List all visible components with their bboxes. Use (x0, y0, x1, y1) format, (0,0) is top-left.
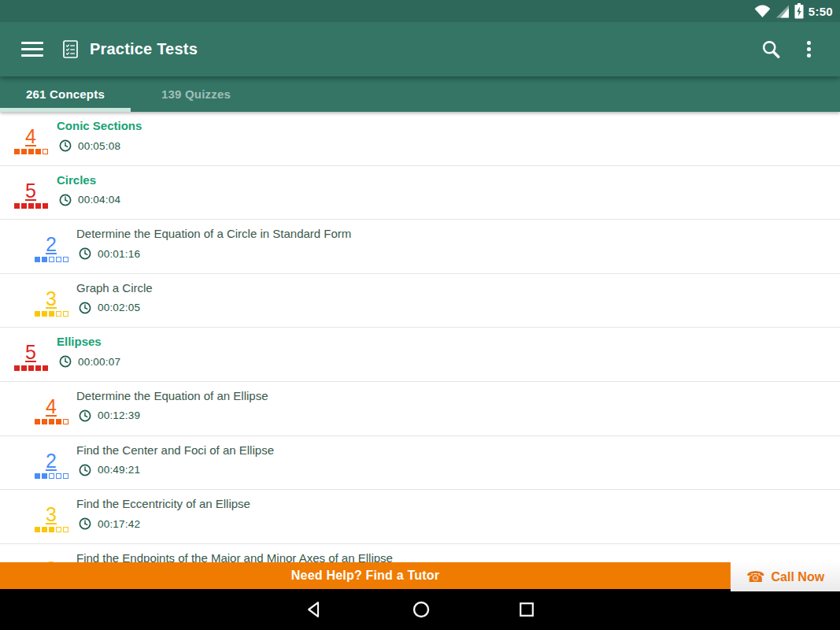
score-squares (33, 419, 69, 424)
score-number: 4 (33, 396, 69, 417)
tab-quizzes-label: 139 Quizzes (161, 87, 231, 101)
clock-icon (79, 247, 91, 260)
elapsed-time: 00:00:07 (59, 355, 840, 368)
score-squares (13, 365, 49, 371)
list-item[interactable]: 3Graph a Circle00:02:05 (0, 274, 840, 328)
list-item[interactable]: 4Determine the Equation of an Ellipse00:… (0, 382, 840, 436)
score-number: 5 (13, 180, 49, 201)
clock-icon (59, 355, 72, 368)
call-now-button[interactable]: ☎ Call Now (731, 562, 840, 591)
menu-icon[interactable] (21, 38, 43, 61)
item-title: Determine the Equation of an Ellipse (76, 382, 840, 402)
time-value: 00:00:07 (78, 356, 120, 368)
score-squares (33, 527, 69, 532)
call-now-label: Call Now (772, 570, 825, 584)
item-title: Find the Eccentricity of an Ellipse (76, 490, 840, 510)
item-title: Find the Center and Foci of an Ellipse (76, 436, 840, 457)
page-title: Practice Tests (90, 40, 198, 58)
clock-icon (59, 194, 72, 206)
practice-test-doc-icon (63, 40, 78, 58)
score-squares (33, 473, 69, 479)
tab-quizzes[interactable]: 139 Quizzes (131, 76, 261, 112)
item-title: Find the Endpoints of the Major and Mino… (76, 544, 840, 565)
phone-icon: ☎ (746, 569, 765, 584)
difficulty-score: 3 (33, 288, 69, 317)
clock-icon (79, 517, 91, 530)
list-item[interactable]: 5Circles00:04:04 (0, 166, 840, 220)
score-number: 5 (13, 342, 49, 362)
elapsed-time: 00:49:21 (79, 464, 840, 476)
score-squares (33, 257, 69, 262)
list-item[interactable]: 3Find the Eccentricity of an Ellipse00:1… (0, 490, 840, 544)
home-icon[interactable] (412, 600, 431, 619)
clock-icon (79, 410, 91, 422)
difficulty-score: 4 (13, 126, 49, 154)
score-number: 4 (13, 126, 49, 146)
difficulty-score: 2 (33, 234, 69, 262)
elapsed-time: 00:01:16 (79, 247, 840, 260)
time-value: 00:49:21 (98, 464, 140, 476)
time-value: 00:01:16 (98, 248, 140, 260)
wifi-icon (754, 5, 771, 18)
app-bar: Practice Tests (0, 22, 840, 76)
list-item[interactable]: 5Ellipses00:00:07 (0, 328, 840, 382)
elapsed-time: 00:02:05 (79, 302, 840, 314)
tab-concepts[interactable]: 261 Concepts (0, 76, 131, 112)
overflow-menu-icon[interactable] (802, 37, 816, 61)
item-title: Determine the Equation of a Circle in St… (76, 220, 840, 240)
difficulty-score: 2 (33, 450, 69, 479)
difficulty-score: 5 (13, 180, 49, 209)
list-item[interactable]: 2Find the Center and Foci of an Ellipse0… (0, 436, 840, 491)
score-number: 3 (33, 504, 69, 524)
android-nav-bar (0, 589, 840, 630)
screen: 5:50 Practice Tests 261 Concepts (0, 0, 840, 630)
list-item[interactable]: 4Conic Sections00:05:08 (0, 112, 840, 166)
clock-icon (79, 302, 91, 314)
status-time: 5:50 (809, 5, 833, 18)
item-title: Circles (57, 166, 840, 187)
elapsed-time: 00:05:08 (59, 139, 840, 152)
score-number: 3 (33, 288, 69, 309)
score-squares (13, 203, 49, 209)
score-number: 2 (33, 450, 69, 471)
item-title: Graph a Circle (76, 274, 840, 295)
tab-bar: 261 Concepts 139 Quizzes (0, 76, 840, 112)
back-icon[interactable] (305, 600, 324, 619)
difficulty-score: 3 (33, 504, 69, 532)
time-value: 00:12:39 (98, 410, 140, 421)
find-tutor-banner[interactable]: Need Help? Find a Tutor (0, 562, 731, 589)
elapsed-time: 00:12:39 (79, 410, 840, 422)
difficulty-score: 5 (13, 342, 49, 370)
score-number: 2 (33, 234, 69, 254)
status-bar: 5:50 (0, 0, 840, 22)
score-squares (33, 311, 69, 317)
battery-charging-icon (794, 3, 804, 19)
search-icon[interactable] (760, 39, 782, 60)
item-title: Conic Sections (57, 112, 840, 132)
elapsed-time: 00:04:04 (59, 194, 840, 206)
banner-text: Need Help? Find a Tutor (291, 569, 439, 583)
clock-icon (59, 139, 72, 152)
time-value: 00:04:04 (78, 194, 120, 206)
difficulty-score: 4 (33, 396, 69, 424)
active-tab-indicator (0, 108, 131, 112)
time-value: 00:17:42 (98, 518, 140, 530)
score-squares (13, 149, 49, 154)
time-value: 00:05:08 (78, 140, 120, 152)
elapsed-time: 00:17:42 (79, 517, 840, 530)
concept-list: 4Conic Sections00:05:085Circles00:04:042… (0, 112, 840, 589)
list-item[interactable]: 2Determine the Equation of a Circle in S… (0, 220, 840, 274)
clock-icon (79, 464, 91, 476)
recents-icon[interactable] (518, 601, 535, 618)
time-value: 00:02:05 (98, 302, 140, 313)
cellular-signal-icon (775, 5, 790, 18)
tab-concepts-label: 261 Concepts (26, 87, 105, 101)
item-title: Ellipses (57, 328, 840, 348)
